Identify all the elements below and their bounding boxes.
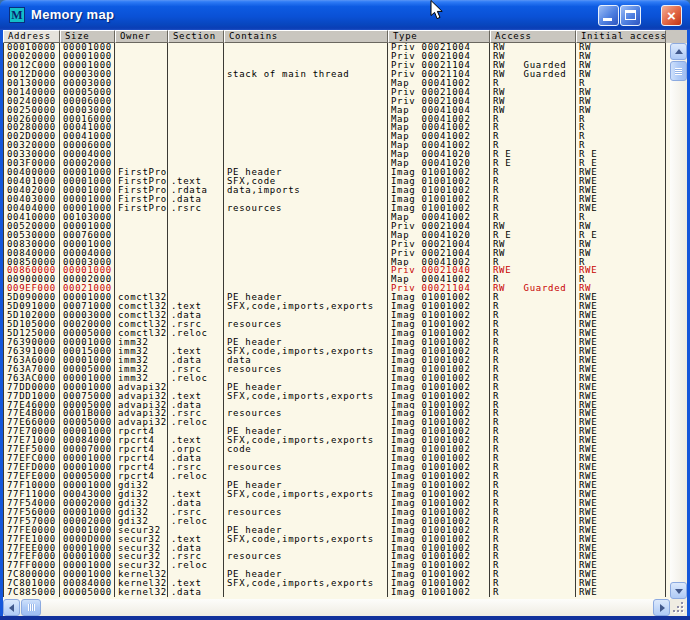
table-row[interactable]: 0083000000001000Priv 00021004RWRW [3,240,670,249]
title-bar[interactable]: M Memory map [0,0,690,30]
scroll-left-button[interactable] [3,599,20,616]
cell-contains [224,454,388,463]
table-row[interactable]: 002D000000041000Map 00041002RR [3,132,670,141]
table-row[interactable]: 0025000000003000Map 00041004RWRW [3,106,670,115]
horizontal-scrollbar[interactable] [3,599,670,616]
table-row[interactable]: 7C80000000001000kernel32PE headerImag 01… [3,570,670,579]
table-row[interactable]: 0040300000001000FirstPro.dataImag 010010… [3,195,670,204]
table-row[interactable]: 0041000000103000Map 00041002RR [3,213,670,222]
table-row[interactable]: 5D12500000005000comctl32.relocImag 01001… [3,329,670,338]
table-row[interactable]: 77FEF00000001000secur32.rsrcresourcesIma… [3,552,670,561]
table-row[interactable]: 5D10200000003000comctl32.dataImag 010010… [3,311,670,320]
table-row[interactable]: 77F5400000002000gdi32.dataImag 01001002R… [3,499,670,508]
table-row[interactable]: 77FE10000000D000secur32.textSFX,code,imp… [3,535,670,544]
column-header-contains[interactable]: Contains [224,30,388,43]
table-row[interactable]: 77E4600000005000advapi32.dataImag 010010… [3,401,670,410]
table-row[interactable]: 0040200000001000FirstPro.rdatadata,impor… [3,186,670,195]
column-header-owner[interactable]: Owner [115,30,168,43]
table-row[interactable]: 0012D00000003000stack of main threadPriv… [3,70,670,79]
table-row[interactable]: 77EFE00000005000rpcrt4.relocImag 0100100… [3,472,670,481]
table-row[interactable]: 77F5700000002000gdi32.relocImag 01001002… [3,517,670,526]
table-row[interactable]: 009EF00000021000Priv 00021104RW GuardedR… [3,284,670,293]
table-row[interactable]: 77E7000000001000rpcrt4PE headerImag 0100… [3,427,670,436]
table-row[interactable]: 0040400000001000FirstPro.rsrcresourcesIm… [3,204,670,213]
table-row[interactable]: 77E4B0000001B000advapi32.rsrcresourcesIm… [3,409,670,418]
table-row[interactable]: 5D10500000020000comctl32.rsrcresourcesIm… [3,320,670,329]
table-row[interactable]: 0040100000001000FirstPro.textSFX,codeIma… [3,177,670,186]
cell-contains: resources [224,508,388,517]
table-row[interactable]: 763A600000001000imm32.datadataImag 01001… [3,356,670,365]
scroll-right-button[interactable] [653,599,670,616]
maximize-button[interactable] [620,5,641,26]
table-row[interactable]: 77EFD00000001000rpcrt4.rsrcresourcesImag… [3,463,670,472]
scroll-down-button[interactable] [670,582,687,599]
cell-access: R [490,392,576,401]
cell-type: Imag 01001002 [388,472,490,481]
table-row[interactable]: 0012C00000001000Priv 00021104RW GuardedR… [3,61,670,70]
close-button[interactable] [661,5,682,26]
cell-access: R [490,436,576,445]
table-row[interactable]: 5D09100000071000comctl32.textSFX,code,im… [3,302,670,311]
cell-contains [224,588,388,597]
cell-access: R [490,258,576,267]
cell-section [168,123,224,132]
table-row[interactable]: 77EF500000007000rpcrt4.orpccodeImag 0100… [3,445,670,454]
horizontal-scroll-thumb[interactable] [21,599,41,616]
table-row[interactable]: 0013000000003000Map 00041002RR [3,79,670,88]
table-row[interactable]: 77FEE00000001000secur32.dataImag 0100100… [3,544,670,553]
table-row[interactable]: 0086000000001000Priv 00021040RWERWE [3,266,670,275]
table-row[interactable]: 77DD000000001000advapi32PE headerImag 01… [3,383,670,392]
table-row[interactable]: 0024000000006000Priv 00021004RWRW [3,97,670,106]
table-row[interactable]: 77E7100000084000rpcrt4.textSFX,code,impo… [3,436,670,445]
table-row[interactable]: 0028000000041000Map 00041002RR [3,123,670,132]
column-header-addr[interactable]: Address [3,30,60,43]
app-icon[interactable]: M [9,7,25,23]
column-headers: AddressSizeOwnerSectionContainsTypeAcces… [3,30,687,43]
table-row[interactable]: 763AC00000001000imm32.relocImag 01001002… [3,374,670,383]
minimize-button[interactable] [598,5,619,26]
table-row[interactable]: 0040000000001000FirstProPE headerImag 01… [3,168,670,177]
column-header-section[interactable]: Section [168,30,224,43]
vertical-scroll-thumb[interactable] [670,61,687,81]
cell-initial: RWE [576,445,666,454]
table-row[interactable]: 77EFC00000001000rpcrt4.dataImag 01001002… [3,454,670,463]
table-row[interactable]: 7639000000001000imm32PE headerImag 01001… [3,338,670,347]
cell-contains [224,240,388,249]
table-row[interactable]: 0026000000016000Map 00041002RR [3,115,670,124]
column-header-size[interactable]: Size [60,30,115,43]
scroll-up-button[interactable] [670,43,687,60]
table-row[interactable]: 7C88500000005000kernel32.dataImag 010010… [3,588,670,597]
cell-access: R [490,186,576,195]
cell-access: RWE [490,266,576,275]
table-row[interactable]: 0001000000001000Priv 00021004RWRW [3,43,670,52]
table-row[interactable]: 7C80100000084000kernel32.textSFX,code,im… [3,579,670,588]
table-row[interactable]: 0090000000002000Map 00041002RR [3,275,670,284]
table-row[interactable]: 0002000000001000Priv 00021004RWRW [3,52,670,61]
column-header-initial[interactable]: Initial access [576,30,666,43]
table-row[interactable]: 5D09000000001000comctl32PE headerImag 01… [3,293,670,302]
table-row[interactable]: 77E6600000005000advapi32.relocImag 01001… [3,418,670,427]
column-header-access[interactable]: Access [490,30,576,43]
table-row[interactable]: 77FF000000001000secur32.relocImag 010010… [3,561,670,570]
table-row[interactable]: 0084000000004000Priv 00021004RWRW [3,249,670,258]
cell-section [168,240,224,249]
table-row[interactable]: 003F000000002000Map 00041020R ER E [3,159,670,168]
resize-grip[interactable] [670,599,687,616]
table-row[interactable]: 77F1000000001000gdi32PE headerImag 01001… [3,481,670,490]
table-row[interactable]: 763A700000005000imm32.rsrcresourcesImag … [3,365,670,374]
cell-access: R [490,132,576,141]
table-row[interactable]: 7639100000015000imm32.textSFX,code,impor… [3,347,670,356]
column-header-type[interactable]: Type [388,30,490,43]
table-row[interactable]: 0032000000006000Map 00041002RR [3,141,670,150]
table-row[interactable]: 77FE000000001000secur32PE headerImag 010… [3,526,670,535]
table-row[interactable]: 77F1100000043000gdi32.textSFX,code,impor… [3,490,670,499]
cell-owner [115,43,168,52]
table-row[interactable]: 77F5600000001000gdi32.rsrcresourcesImag … [3,508,670,517]
table-row[interactable]: 0033000000004000Map 00041020R ER E [3,150,670,159]
table-row[interactable]: 0052000000001000Priv 00021004RWRW [3,222,670,231]
vertical-scrollbar[interactable] [670,43,687,599]
table-row[interactable]: 0014000000005000Priv 00021004RWRW [3,88,670,97]
table-row[interactable]: 0085000000003000Map 00041002RR [3,258,670,267]
table-row[interactable]: 0053000000076000Map 00041020R ER E [3,231,670,240]
table-row[interactable]: 77DD100000075000advapi32.textSFX,code,im… [3,392,670,401]
